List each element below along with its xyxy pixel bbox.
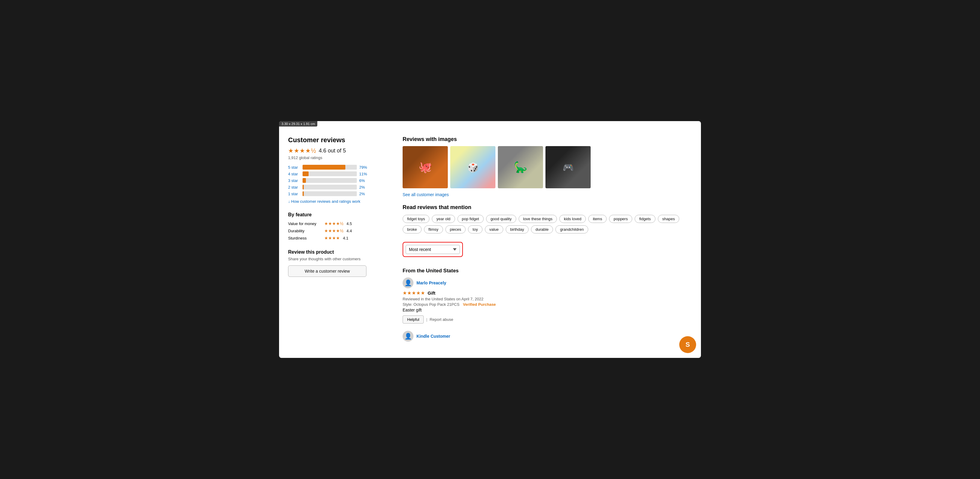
review-product-title: Review this product: [288, 250, 385, 255]
review-stars-row-1: ★★★★★ Gift: [402, 290, 692, 296]
bar-fill: [302, 172, 309, 176]
review-image-3[interactable]: 🦕: [498, 146, 543, 188]
feature-name-2: Sturdiness: [288, 236, 321, 240]
stars-display: ★★★★½: [288, 147, 317, 154]
right-column: Reviews with images 🐙 🎲 🦕 🎮 See all cust…: [402, 136, 692, 349]
tag-8[interactable]: fidgets: [635, 215, 655, 223]
tag-6[interactable]: items: [588, 215, 607, 223]
customer-reviews-title: Customer reviews: [288, 136, 385, 144]
see-all-images-link[interactable]: See all customer images: [402, 192, 449, 197]
star-label[interactable]: 5 star: [288, 165, 300, 170]
tag-7[interactable]: poppers: [609, 215, 632, 223]
review-style-row-1: Style: Octopus Pop Pack 21PCS Verified P…: [402, 302, 692, 307]
bar-background: [302, 185, 357, 189]
tooltip-bar: 3.30 x 29.31 x 1.91 cm: [279, 121, 317, 127]
tag-16[interactable]: durable: [531, 225, 553, 234]
review-text-1: Easter gift: [402, 307, 692, 312]
bar-pct: 2%: [359, 185, 370, 189]
bar-pct: 6%: [359, 178, 370, 183]
verified-badge-1: Verified Purchase: [463, 302, 496, 307]
star-bar-row[interactable]: 3 star 6%: [288, 178, 385, 183]
rating-number: 4.6 out of 5: [319, 148, 346, 154]
reviewer-name-2[interactable]: Kindle Customer: [417, 334, 450, 339]
feature-score-0: 4.5: [347, 221, 352, 226]
star-bar-row[interactable]: 1 star 2%: [288, 191, 385, 196]
star-bar-row[interactable]: 4 star 11%: [288, 172, 385, 176]
review-card-1: 👤 Marlo Preacely ★★★★★ Gift Reviewed in …: [402, 277, 692, 323]
star-bar-row[interactable]: 5 star 79%: [288, 165, 385, 170]
bar-fill: [302, 191, 304, 196]
bar-fill: [302, 185, 304, 189]
bar-background: [302, 172, 357, 176]
sort-select[interactable]: Most recentTop reviewsCritical: [406, 245, 460, 254]
main-window: 3.30 x 29.31 x 1.91 cm Customer reviews …: [279, 121, 701, 358]
feature-stars-1: ★★★★½: [324, 228, 344, 233]
review-card-2: 👤 Kindle Customer: [402, 331, 692, 342]
tag-5[interactable]: kids loved: [559, 215, 586, 223]
logo-badge: S: [679, 336, 696, 353]
helpful-row-1: Helpful | Report abuse: [402, 315, 692, 323]
global-ratings: 1,912 global ratings: [288, 156, 385, 160]
feature-row-1: Durability ★★★★½ 4.4: [288, 228, 385, 233]
star-bar-row[interactable]: 2 star 2%: [288, 185, 385, 189]
avatar-2: 👤: [402, 331, 414, 342]
tag-0[interactable]: fidget toys: [402, 215, 430, 223]
tag-11[interactable]: flimsy: [424, 225, 443, 234]
from-us-title: From the United States: [402, 268, 692, 274]
feature-name-0: Value for money: [288, 221, 321, 226]
left-column: Customer reviews ★★★★½ 4.6 out of 5 1,91…: [288, 136, 385, 349]
tag-10[interactable]: broke: [402, 225, 422, 234]
star-label[interactable]: 4 star: [288, 172, 300, 176]
tag-2[interactable]: pop fidget: [457, 215, 484, 223]
star-label[interactable]: 1 star: [288, 192, 300, 196]
review-image-4[interactable]: 🎮: [546, 146, 591, 188]
write-review-button[interactable]: Write a customer review: [288, 266, 366, 277]
feature-name-1: Durability: [288, 229, 321, 233]
tag-3[interactable]: good quality: [486, 215, 516, 223]
reviewer-name-1[interactable]: Marlo Preacely: [417, 280, 446, 285]
star-label[interactable]: 3 star: [288, 178, 300, 183]
reviewer-row-2: 👤 Kindle Customer: [402, 331, 692, 342]
bar-fill: [302, 165, 345, 170]
star-bars: 5 star 79% 4 star 11% 3 star 6% 2 star 2…: [288, 165, 385, 196]
feature-row-0: Value for money ★★★★½ 4.5: [288, 221, 385, 226]
sort-select-wrapper: Most recentTop reviewsCritical: [402, 242, 463, 257]
review-image-1[interactable]: 🐙: [402, 146, 448, 188]
helpful-button-1[interactable]: Helpful: [402, 315, 424, 323]
tag-17[interactable]: grandchildren: [555, 225, 588, 234]
bar-background: [302, 178, 357, 183]
tag-4[interactable]: love these things: [519, 215, 557, 223]
by-feature-section: By feature Value for money ★★★★½ 4.5 Dur…: [288, 212, 385, 240]
reviews-images-title: Reviews with images: [402, 136, 692, 143]
review-images-row: 🐙 🎲 🦕 🎮: [402, 146, 692, 188]
star-label[interactable]: 2 star: [288, 185, 300, 189]
feature-stars-0: ★★★★½: [324, 221, 344, 226]
tag-14[interactable]: value: [485, 225, 503, 234]
tag-15[interactable]: birthday: [506, 225, 528, 234]
bar-pct: 11%: [359, 172, 370, 176]
review-title-1: Gift: [428, 290, 436, 296]
tag-1[interactable]: year old: [432, 215, 455, 223]
tag-9[interactable]: shapes: [658, 215, 679, 223]
bar-background: [302, 191, 357, 196]
tag-13[interactable]: toy: [468, 225, 482, 234]
feature-list: Value for money ★★★★½ 4.5 Durability ★★★…: [288, 221, 385, 240]
how-reviews-link[interactable]: ↓ How customer reviews and ratings work: [288, 199, 385, 204]
feature-score-1: 4.4: [347, 229, 352, 233]
bar-pct: 79%: [359, 165, 370, 170]
feature-stars-2: ★★★★: [324, 236, 340, 240]
bar-pct: 2%: [359, 192, 370, 196]
report-abuse-1[interactable]: Report abuse: [430, 317, 453, 322]
reviewer-row-1: 👤 Marlo Preacely: [402, 277, 692, 288]
bar-background: [302, 165, 357, 170]
review-image-2[interactable]: 🎲: [450, 146, 495, 188]
tag-12[interactable]: pieces: [445, 225, 466, 234]
read-reviews-title: Read reviews that mention: [402, 204, 692, 210]
review-meta-1: Reviewed in the United States on April 7…: [402, 297, 692, 301]
review-product-sub: Share your thoughts with other customers: [288, 257, 385, 261]
main-layout: Customer reviews ★★★★½ 4.6 out of 5 1,91…: [288, 136, 692, 349]
feature-row-2: Sturdiness ★★★★ 4.1: [288, 236, 385, 240]
feature-score-2: 4.1: [343, 236, 348, 240]
review-product-section: Review this product Share your thoughts …: [288, 250, 385, 277]
rating-stars-row: ★★★★½ 4.6 out of 5: [288, 147, 385, 154]
